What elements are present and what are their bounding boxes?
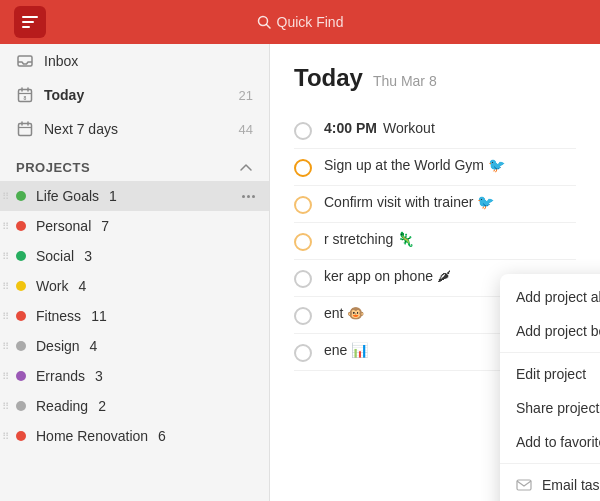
project-row-design[interactable]: ⠿ Design 4 [0,331,269,361]
today-icon: 8 [16,86,34,104]
drag-handle-icon: ⠿ [2,431,9,442]
project-label: Fitness [36,308,81,324]
task-circle [294,307,312,325]
svg-rect-12 [517,480,531,490]
ctx-add-above[interactable]: Add project above [500,280,600,314]
project-dot [16,431,26,441]
ctx-divider [500,352,600,353]
drag-handle-icon: ⠿ [2,191,9,202]
project-count: 4 [90,338,98,354]
drag-handle-icon: ⠿ [2,281,9,292]
project-label: Errands [36,368,85,384]
ctx-label: Email tasks to this project [542,477,600,493]
drag-handle-icon: ⠿ [2,251,9,262]
project-dot [16,371,26,381]
project-count: 7 [101,218,109,234]
project-count: 4 [78,278,86,294]
quick-find-button[interactable]: Quick Find [257,14,344,30]
project-dot [16,251,26,261]
ctx-email[interactable]: Email tasks to this project [500,468,600,501]
projects-label: Projects [16,160,90,175]
drag-handle-icon: ⠿ [2,401,9,412]
ctx-label: Edit project [516,366,586,382]
main-title: Today [294,64,363,92]
ctx-favorites[interactable]: Add to favorites [500,425,600,459]
task-row[interactable]: r stretching 🦎 [294,223,576,260]
next7-label: Next 7 days [44,121,229,137]
task-row[interactable]: 4:00 PMWorkout [294,112,576,149]
project-more-button[interactable] [242,195,255,198]
task-circle [294,344,312,362]
task-circle [294,233,312,251]
project-count: 2 [98,398,106,414]
context-menu: Add project above Add project below Edit… [500,274,600,501]
project-row-errands[interactable]: ⠿ Errands 3 [0,361,269,391]
project-row-social[interactable]: ⠿ Social 3 [0,241,269,271]
task-text: Sign up at the World Gym 🐦 [324,157,576,173]
task-circle [294,159,312,177]
task-text: Confirm visit with trainer 🐦 [324,194,576,210]
project-count: 1 [109,188,117,204]
project-label: Work [36,278,68,294]
quick-find-label: Quick Find [277,14,344,30]
ctx-share[interactable]: Share project [500,391,600,425]
svg-line-1 [266,25,270,29]
project-label: Design [36,338,80,354]
task-time: 4:00 PM [324,120,377,136]
svg-text:8: 8 [24,95,27,101]
ctx-label: Add project below [516,323,600,339]
project-row-life-goals[interactable]: ⠿ Life Goals 1 [0,181,269,211]
main-date-label: Thu Mar 8 [373,73,437,89]
today-label: Today [44,87,229,103]
ctx-label: Add to favorites [516,434,600,450]
project-row-home-renovation[interactable]: ⠿ Home Renovation 6 [0,421,269,451]
topbar: Quick Find [0,0,600,44]
drag-handle-icon: ⠿ [2,221,9,232]
chevron-up-icon[interactable] [239,161,253,175]
main-date-header: Today Thu Mar 8 [294,64,576,92]
sidebar-item-today[interactable]: 8 Today 21 [0,78,269,112]
search-icon [257,15,271,29]
project-label: Personal [36,218,91,234]
ctx-add-below[interactable]: Add project below [500,314,600,348]
email-icon [516,477,532,493]
task-row[interactable]: Confirm visit with trainer 🐦 [294,186,576,223]
drag-handle-icon: ⠿ [2,371,9,382]
project-row-fitness[interactable]: ⠿ Fitness 11 [0,301,269,331]
ctx-label: Share project [516,400,599,416]
sidebar-item-inbox[interactable]: Inbox [0,44,269,78]
project-dot [16,401,26,411]
next7-icon [16,120,34,138]
inbox-label: Inbox [44,53,253,69]
task-circle [294,270,312,288]
task-text: r stretching 🦎 [324,231,576,247]
project-row-personal[interactable]: ⠿ Personal 7 [0,211,269,241]
inbox-icon [16,52,34,70]
main-content: Today Thu Mar 8 4:00 PMWorkout Sign up a… [270,44,600,501]
project-label: Home Renovation [36,428,148,444]
task-circle [294,122,312,140]
project-dot [16,191,26,201]
svg-rect-8 [19,124,32,136]
drag-handle-icon: ⠿ [2,341,9,352]
project-label: Reading [36,398,88,414]
project-row-work[interactable]: ⠿ Work 4 [0,271,269,301]
project-row-reading[interactable]: ⠿ Reading 2 [0,391,269,421]
projects-header: Projects [0,146,269,181]
ctx-divider [500,463,600,464]
project-dot [16,311,26,321]
sidebar: Inbox 8 Today 21 [0,44,270,501]
ctx-edit[interactable]: Edit project [500,357,600,391]
sidebar-item-next7[interactable]: Next 7 days 44 [0,112,269,146]
task-row[interactable]: Sign up at the World Gym 🐦 [294,149,576,186]
project-count: 6 [158,428,166,444]
project-dot [16,341,26,351]
project-label: Life Goals [36,188,99,204]
today-count: 21 [239,88,253,103]
ctx-label: Add project above [516,289,600,305]
project-count: 3 [95,368,103,384]
project-dot [16,281,26,291]
task-text: 4:00 PMWorkout [324,120,576,136]
app-logo[interactable] [14,6,46,38]
project-count: 3 [84,248,92,264]
